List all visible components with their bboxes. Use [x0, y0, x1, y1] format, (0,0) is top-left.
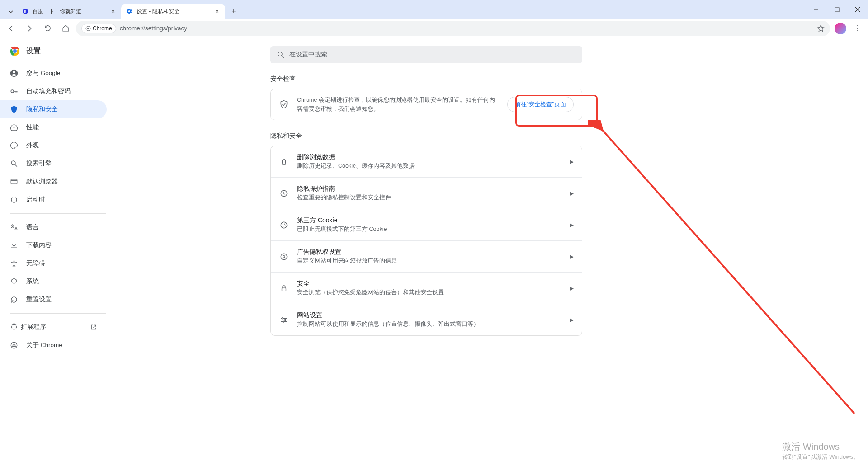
sidebar-item-accessibility[interactable]: 无障碍 [0, 254, 107, 273]
close-icon[interactable]: × [213, 8, 221, 15]
svg-point-18 [13, 344, 15, 346]
row-title: 删除浏览数据 [297, 153, 562, 161]
svg-point-30 [282, 317, 283, 319]
tab-settings[interactable]: 设置 - 隐私和安全 × [121, 4, 225, 19]
close-window-button[interactable] [847, 2, 868, 17]
maximize-button[interactable] [826, 2, 847, 17]
sidebar-item-label: 外观 [26, 141, 39, 150]
svg-line-13 [15, 164, 17, 167]
search-placeholder: 在设置中搜索 [289, 51, 327, 59]
sidebar-item-downloads[interactable]: 下载内容 [0, 236, 107, 254]
row-title: 隐私保护指南 [297, 185, 562, 193]
app-name: 设置 [26, 47, 41, 56]
sidebar-item-label: 扩展程序 [21, 323, 46, 331]
row-title: 第三方 Cookie [297, 216, 562, 225]
svg-point-25 [283, 226, 284, 226]
privacy-card: 删除浏览数据删除历史记录、Cookie、缓存内容及其他数据 ▸ 隐私保护指南检查… [270, 146, 582, 336]
svg-rect-3 [835, 8, 839, 12]
tab-overflow-button[interactable] [5, 5, 17, 18]
sidebar-item-search-engine[interactable]: 搜索引擎 [0, 155, 107, 173]
translate-icon [10, 223, 18, 231]
watermark-title: 激活 Windows [782, 441, 859, 453]
row-sub: 检查重要的隐私控制设置和安全控件 [297, 194, 562, 202]
key-icon [10, 87, 18, 95]
sidebar-item-label: 语言 [26, 223, 39, 231]
svg-point-19 [278, 52, 282, 56]
svg-point-11 [11, 90, 14, 93]
sidebar-item-privacy[interactable]: 隐私和安全 [0, 100, 107, 118]
bookmark-star-icon[interactable] [817, 24, 825, 32]
main: 在设置中搜索 安全检查 Chrome 会定期进行检查，以确保您的浏览器使用最安全… [116, 38, 868, 470]
toolbar: Chrome chrome://settings/privacy ⋮ [0, 19, 868, 38]
row-site-settings[interactable]: 网站设置控制网站可以使用和显示的信息（位置信息、摄像头、弹出式窗口等） ▸ [271, 304, 582, 335]
sidebar-item-system[interactable]: 系统 [0, 273, 107, 291]
cookie-icon [279, 221, 289, 229]
sidebar-item-label: 您与 Google [26, 69, 60, 77]
sidebar-item-reset[interactable]: 重置设置 [0, 291, 107, 309]
row-ad-privacy[interactable]: 广告隐私权设置自定义网站可用来向您投放广告的信息 ▸ [271, 240, 582, 272]
row-sub: 安全浏览（保护您免受危险网站的侵害）和其他安全设置 [297, 289, 562, 296]
settings-favicon-icon [126, 8, 133, 15]
close-icon[interactable]: × [109, 8, 117, 15]
url-chip: Chrome [81, 24, 116, 33]
ad-icon [279, 253, 289, 261]
row-third-party-cookies[interactable]: 第三方 Cookie已阻止无痕模式下的第三方 Cookie ▸ [271, 209, 582, 240]
svg-point-28 [283, 255, 285, 258]
sidebar-item-default-browser[interactable]: 默认浏览器 [0, 173, 107, 191]
row-title: 广告隐私权设置 [297, 248, 562, 256]
forward-button[interactable] [22, 21, 37, 36]
sidebar-item-label: 系统 [26, 277, 39, 286]
svg-point-22 [281, 222, 287, 228]
minimize-button[interactable] [806, 2, 826, 17]
row-title: 安全 [297, 280, 562, 288]
shield-check-icon [279, 100, 289, 109]
row-clear-browsing-data[interactable]: 删除浏览数据删除历史记录、Cookie、缓存内容及其他数据 ▸ [271, 146, 582, 177]
sidebar-item-label: 关于 Chrome [26, 341, 62, 349]
chevron-right-icon: ▸ [570, 221, 574, 229]
back-button[interactable] [4, 21, 19, 36]
sidebar-item-label: 启动时 [26, 196, 45, 204]
sidebar-item-performance[interactable]: 性能 [0, 118, 107, 136]
svg-point-26 [285, 225, 286, 226]
row-privacy-guide[interactable]: 隐私保护指南检查重要的隐私控制设置和安全控件 ▸ [271, 177, 582, 209]
svg-line-20 [282, 56, 284, 58]
sidebar: 设置 您与 Google 自动填充和密码 隐私和安全 性能 外观 搜索引擎 [0, 38, 116, 470]
row-security[interactable]: 安全安全浏览（保护您免受危险网站的侵害）和其他安全设置 ▸ [271, 272, 582, 304]
sidebar-item-label: 重置设置 [26, 296, 52, 304]
profile-avatar[interactable] [835, 23, 846, 34]
reload-button[interactable] [40, 21, 55, 36]
go-to-safety-check-button[interactable]: 前往"安全检查"页面 [507, 97, 574, 112]
power-icon [10, 196, 18, 204]
sidebar-item-label: 默认浏览器 [26, 178, 58, 186]
lock-icon [279, 284, 289, 292]
windows-activation-watermark: 激活 Windows 转到"设置"以激活 Windows。 [782, 441, 859, 461]
search-icon [277, 51, 285, 59]
row-sub: 删除历史记录、Cookie、缓存内容及其他数据 [297, 162, 562, 170]
accessibility-icon [10, 259, 18, 268]
sidebar-item-autofill[interactable]: 自动填充和密码 [0, 82, 107, 100]
section-title-safety: 安全检查 [270, 75, 582, 83]
tune-icon [279, 316, 289, 324]
sidebar-item-you-and-google[interactable]: 您与 Google [0, 64, 107, 82]
svg-rect-29 [282, 288, 286, 291]
settings-search-input[interactable]: 在设置中搜索 [270, 46, 582, 63]
new-tab-button[interactable]: + [227, 5, 241, 18]
row-sub: 已阻止无痕模式下的第三方 Cookie [297, 226, 562, 233]
home-button[interactable] [58, 21, 73, 36]
brand: 设置 [0, 46, 116, 64]
address-bar[interactable]: Chrome chrome://settings/privacy [76, 21, 830, 36]
sidebar-item-about[interactable]: 关于 Chrome [0, 336, 107, 354]
sidebar-item-appearance[interactable]: 外观 [0, 136, 107, 155]
menu-button[interactable]: ⋮ [851, 24, 864, 33]
chrome-logo-icon [10, 46, 20, 56]
tab-title: 设置 - 隐私和安全 [137, 8, 210, 15]
url-text: chrome://settings/privacy [120, 25, 187, 32]
tab-baidu[interactable]: B 百度一下，你就知道 × [17, 4, 121, 19]
titlebar: B 百度一下，你就知道 × 设置 - 隐私和安全 × + [0, 0, 868, 19]
divider [10, 213, 106, 214]
sidebar-item-on-startup[interactable]: 启动时 [0, 191, 107, 209]
sidebar-item-languages[interactable]: 语言 [0, 218, 107, 236]
sidebar-item-extensions[interactable]: 扩展程序 [0, 318, 107, 336]
reset-icon [10, 296, 18, 304]
content: 设置 您与 Google 自动填充和密码 隐私和安全 性能 外观 搜索引擎 [0, 38, 868, 470]
